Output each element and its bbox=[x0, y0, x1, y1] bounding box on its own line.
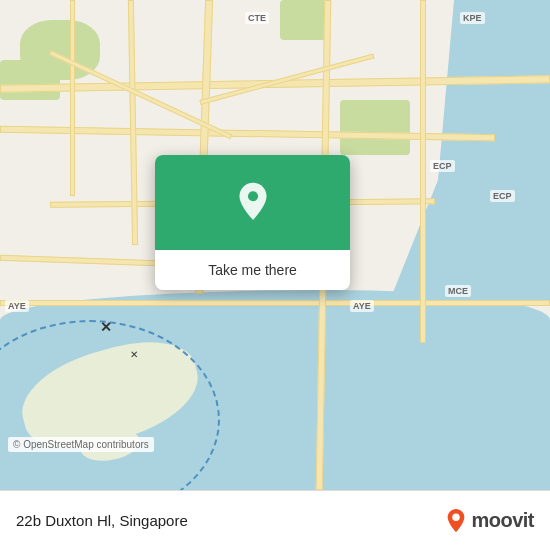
label-aye1: AYE bbox=[5, 300, 29, 312]
label-mce: MCE bbox=[445, 285, 471, 297]
moovit-brand-text: moovit bbox=[471, 509, 534, 532]
label-ecp2: ECP bbox=[490, 190, 515, 202]
green-area-e bbox=[340, 100, 410, 155]
location-card: Take me there bbox=[155, 155, 350, 290]
island-marker: ✕ bbox=[100, 319, 112, 335]
label-kpe: KPE bbox=[460, 12, 485, 24]
road-v3 bbox=[420, 0, 426, 343]
svg-point-1 bbox=[453, 513, 460, 520]
green-area-w bbox=[0, 60, 60, 100]
label-cte: CTE bbox=[245, 12, 269, 24]
bottom-bar: 22b Duxton Hl, Singapore moovit bbox=[0, 490, 550, 550]
road-v5 bbox=[70, 0, 75, 196]
water-east bbox=[390, 0, 550, 300]
road-aye bbox=[0, 300, 550, 306]
label-aye3: AYE bbox=[350, 300, 374, 312]
road-v4 bbox=[128, 0, 138, 245]
label-ecp1: ECP bbox=[430, 160, 455, 172]
map-attribution: © OpenStreetMap contributors bbox=[8, 437, 154, 452]
card-header bbox=[155, 155, 350, 250]
map-container[interactable]: CTE KPE ECP ECP AYE AYE AYE MCE ✕ ✕ © Op… bbox=[0, 0, 550, 490]
take-me-there-button[interactable]: Take me there bbox=[155, 250, 350, 290]
green-area-ne bbox=[280, 0, 330, 40]
moovit-pin-icon bbox=[445, 508, 467, 534]
island-marker2: ✕ bbox=[130, 349, 138, 360]
svg-point-0 bbox=[247, 191, 257, 201]
location-pin-icon bbox=[231, 181, 275, 225]
location-name: 22b Duxton Hl, Singapore bbox=[16, 512, 188, 529]
moovit-logo: moovit bbox=[445, 508, 534, 534]
